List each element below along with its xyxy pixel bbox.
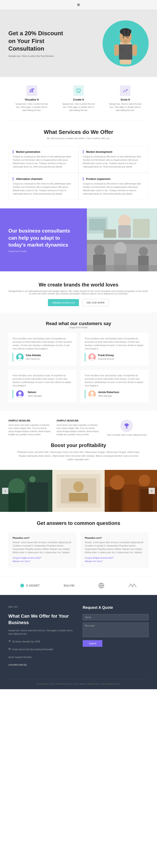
svg-rect-17 <box>30 90 31 92</box>
footer-address2: Email: doesn't look like anything Retrie… <box>8 648 74 651</box>
logo-4 <box>128 583 137 588</box>
svg-rect-4 <box>126 29 127 37</box>
service-icon-item-visualize: Visualize It Sample text. Click to selec… <box>15 85 48 112</box>
service-card-0: Market penetration Congue ac consequat a… <box>8 146 79 173</box>
footer-right: Request A Quote Submit <box>83 606 149 671</box>
faq-link-1-1[interactable]: Congue fringilla sit amet dolor? <box>85 557 145 559</box>
svg-rect-16 <box>132 44 137 56</box>
author-name-1: Frank Kinney <box>98 354 114 357</box>
testimonials-image-credit: Image from Freepik <box>8 326 149 329</box>
svg-rect-51 <box>126 428 128 428</box>
testimonials-section: Read what our customers say Image from F… <box>0 312 157 411</box>
brands-description: DesignStudio is an international brand a… <box>8 290 149 295</box>
brands-email-button[interactable]: hi@agencyonline.com <box>48 299 79 306</box>
footer-form-title: Request A Quote <box>83 606 149 610</box>
testimonial-text-2: Proin sed libero enim sed faucibus turpi… <box>12 374 72 388</box>
testimonial-text-1: Proin sed libero enim sed faucibus turpi… <box>85 337 145 350</box>
service-card-desc-2: Congue ac consequat ac felis donec et od… <box>13 182 74 195</box>
footer-bottom-text: Sample text. Click to select the text bo… <box>8 683 149 685</box>
footer-name-input[interactable] <box>83 614 149 620</box>
svg-rect-20 <box>77 89 80 92</box>
hero-subtitle: Sample text. Click to select the Text El… <box>8 55 67 57</box>
boost-col1-text: Jores donec nam diam vulputate ut pharet… <box>8 424 52 436</box>
boost-col1-title: SAMPLE HEADLINE <box>8 419 52 422</box>
svg-rect-15 <box>114 44 119 56</box>
svg-rect-32 <box>104 229 116 238</box>
svg-rect-61 <box>69 493 88 501</box>
author-info-3: Jennie Robertson Office Manager <box>98 391 119 398</box>
service-card-1: Market development Congue ac consequat a… <box>79 146 149 173</box>
svg-rect-55 <box>27 483 48 512</box>
service-card-3: Product expansion Congue ac consequat ac… <box>79 173 149 200</box>
boost-col-1: SAMPLE HEADLINE Jores donec nam diam vul… <box>8 419 52 436</box>
logo-balvin: BALVIN <box>64 584 74 587</box>
author-name-3: Jennie Robertson <box>98 391 119 394</box>
author-company-0: CEO HoloForm <box>26 358 40 360</box>
svg-point-44 <box>90 355 94 358</box>
footer-submit-button[interactable]: Submit <box>83 640 102 647</box>
boost-col2-title: SAMPLE HEADLINE <box>56 419 101 422</box>
boost-col-2: SAMPLE HEADLINE Jores donec nam diam vul… <box>56 419 101 436</box>
author-info-1: Frank Kinney Financial Director <box>98 354 114 361</box>
business-image-credit: Image from Freepik <box>8 250 79 252</box>
footer-left: WHY US? What Can We Offer for Your Busin… <box>8 606 74 671</box>
brands-section: We create brands the world loves DesignS… <box>0 271 157 312</box>
visualize-icon <box>27 85 37 96</box>
faq-link-0-1[interactable]: Congue fringilla sit amet dolor? <box>12 557 72 559</box>
faq-link-1-2[interactable]: Aliquam orci risus? <box>85 560 145 562</box>
author-avatar-2 <box>16 390 24 398</box>
testimonial-card-0: Proin sed libero enim sed faucibus turpi… <box>8 333 76 366</box>
svg-rect-12 <box>119 44 132 60</box>
footer-title: What Can We Offer for Your Business <box>8 613 74 626</box>
testimonials-title: Read what our customers say <box>8 321 149 326</box>
footer-message-input[interactable] <box>83 622 149 637</box>
boost-icon-col: Click or double click to start editing t… <box>105 419 149 436</box>
service-icon-item-create: Create It Sample text. Click to select t… <box>62 85 95 112</box>
svg-rect-66 <box>109 490 121 512</box>
create-icon <box>73 85 84 96</box>
faq-item-0: Phasellus orci? Answer: Lorem ipsum dolo… <box>8 532 76 568</box>
faq-item-title-0: Phasellus orci? <box>12 537 72 539</box>
hero-image <box>103 20 149 66</box>
faq-item-text-0: Answer: Lorem ipsum dolor sit amet, cons… <box>12 541 72 554</box>
testimonial-card-3: Proin sed libero enim sed faucibus turpi… <box>81 370 149 403</box>
svg-rect-54 <box>8 493 25 512</box>
svg-rect-18 <box>31 89 32 92</box>
business-section: Our business consultants can help you ad… <box>0 208 157 271</box>
svg-rect-28 <box>89 219 106 230</box>
teal-bar-2 <box>12 390 13 398</box>
testimonial-text-3: Proin sed libero enim sed faucibus turpi… <box>85 374 145 388</box>
slider-prev-button[interactable]: ‹ <box>2 488 8 494</box>
svg-point-46 <box>18 392 22 395</box>
grow-icon <box>120 85 130 96</box>
author-company-3: Office Manager <box>98 395 112 397</box>
logo-signet-text: S SIGNET <box>26 584 40 587</box>
service-icon-item-grow: Grow It Sample text. Click to select the… <box>109 85 142 112</box>
service-card-desc-3: Congue ac consequat ac felis donec et od… <box>83 182 144 195</box>
author-name-2: Nelson <box>28 391 42 394</box>
service-icon-desc-0: Sample text. Click to select the text bo… <box>15 102 48 112</box>
logo-3 <box>99 583 104 588</box>
what-services-section: What Services do We Offer We will send y… <box>0 121 157 208</box>
svg-point-49 <box>90 395 94 398</box>
what-services-subtitle: We will send you a master and within 1 h… <box>8 137 149 140</box>
faq-link-0-2[interactable]: Aliquam orci risus? <box>12 560 72 562</box>
boost-icon-text: Click or double click to start editing t… <box>107 434 147 436</box>
services-icons-section: Visualize It Sample text. Click to selec… <box>0 77 157 120</box>
svg-point-60 <box>73 482 84 492</box>
logos-section: S SIGNET BALVIN <box>0 576 157 595</box>
signet-icon <box>20 584 24 587</box>
footer-phone: (+99 6984 5698 56) <box>8 663 74 667</box>
slider-next-button[interactable]: › <box>149 488 155 494</box>
boost-main-text: Phasellus lorem nisl amet nibh. Ullamcor… <box>16 451 141 462</box>
service-card-desc-1: Congue ac consequat ac felis donec et od… <box>83 155 144 168</box>
service-card-2: Alternative channels Congue ac consequat… <box>8 173 79 200</box>
svg-point-43 <box>17 359 23 361</box>
author-info-2: Nelson Sales Manager <box>28 391 42 398</box>
service-icon-title-2: Grow It <box>109 98 142 101</box>
business-image-bottom <box>87 240 157 271</box>
business-headline: Our business consultants can help you ad… <box>8 227 79 248</box>
hamburger-icon[interactable]: ≡ <box>77 2 80 7</box>
brands-work-button[interactable]: SEE OUR WORK <box>82 299 109 306</box>
svg-rect-41 <box>87 265 157 271</box>
